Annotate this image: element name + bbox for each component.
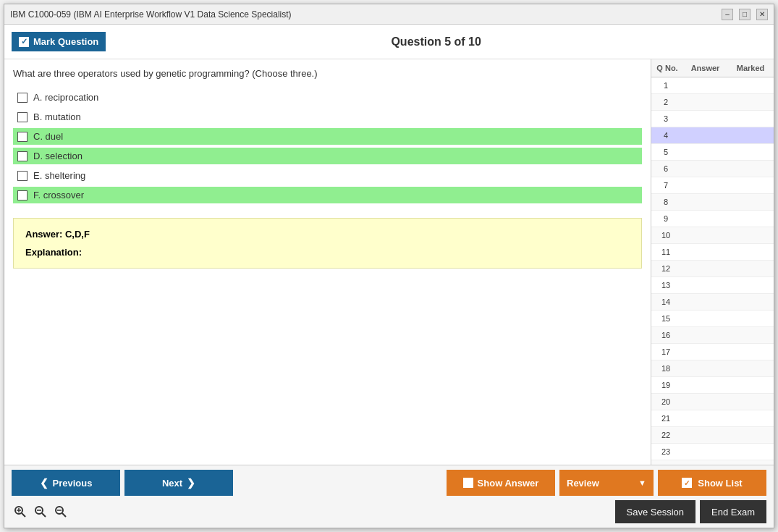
bottom-actions: Save Session End Exam bbox=[12, 500, 766, 523]
checkbox-f[interactable] bbox=[17, 190, 28, 200]
checkbox-c[interactable] bbox=[17, 132, 28, 142]
answer-line: Answer: C,D,F bbox=[25, 229, 630, 240]
sidebar-cell-marked bbox=[730, 111, 774, 127]
sidebar-row[interactable]: 16 bbox=[651, 327, 774, 344]
sidebar-cell-answer bbox=[680, 377, 730, 393]
sidebar-row[interactable]: 18 bbox=[651, 360, 774, 377]
review-dropdown-icon: ▼ bbox=[638, 478, 646, 487]
sidebar-row[interactable]: 23 bbox=[651, 444, 774, 460]
sidebar-cell-num: 8 bbox=[651, 194, 680, 210]
sidebar-row[interactable]: 13 bbox=[651, 277, 774, 294]
sidebar-cell-answer bbox=[680, 77, 730, 93]
option-a[interactable]: A. reciprocation bbox=[13, 89, 642, 106]
option-d[interactable]: D. selection bbox=[13, 148, 642, 164]
sidebar-cell-num: 16 bbox=[651, 327, 680, 343]
close-button[interactable]: ✕ bbox=[756, 9, 768, 20]
sidebar-row[interactable]: 12 bbox=[651, 261, 774, 277]
sidebar-row[interactable]: 22 bbox=[651, 427, 774, 444]
sidebar-cell-answer bbox=[680, 111, 730, 127]
sidebar-cell-marked bbox=[730, 360, 774, 376]
sidebar-row[interactable]: 14 bbox=[651, 294, 774, 311]
sidebar-cell-answer bbox=[680, 244, 730, 260]
sidebar-row[interactable]: 21 bbox=[651, 410, 774, 427]
sidebar-cell-marked bbox=[730, 211, 774, 227]
sidebar-cell-answer bbox=[680, 410, 730, 426]
title-bar: IBM C1000-059 (IBM AI Enterprise Workflo… bbox=[4, 4, 774, 25]
sidebar-row[interactable]: 20 bbox=[651, 394, 774, 410]
mark-question-button[interactable]: ✓ Mark Question bbox=[12, 32, 106, 51]
end-exam-button[interactable]: End Exam bbox=[700, 500, 766, 523]
show-list-icon: ✓ bbox=[682, 478, 692, 488]
sidebar-row[interactable]: 8 bbox=[651, 194, 774, 211]
sidebar-cell-marked bbox=[730, 94, 774, 110]
checkbox-e[interactable] bbox=[17, 171, 28, 181]
previous-label: Previous bbox=[53, 478, 93, 489]
sidebar-row[interactable]: 3 bbox=[651, 111, 774, 127]
sidebar-header: Q No. Answer Marked bbox=[651, 59, 774, 77]
mark-question-label: Mark Question bbox=[33, 36, 98, 47]
show-list-button[interactable]: ✓ Show List bbox=[658, 470, 766, 496]
option-c[interactable]: C. duel bbox=[13, 128, 642, 145]
window-title: IBM C1000-059 (IBM AI Enterprise Workflo… bbox=[10, 9, 292, 20]
question-title: Question 5 of 10 bbox=[106, 35, 766, 48]
sidebar-row[interactable]: 9 bbox=[651, 211, 774, 227]
svg-line-6 bbox=[42, 513, 46, 517]
sidebar-row[interactable]: 1 bbox=[651, 77, 774, 94]
zoom-out-button[interactable] bbox=[52, 503, 69, 520]
next-arrow-icon: ❯ bbox=[187, 477, 195, 489]
option-b[interactable]: B. mutation bbox=[13, 109, 642, 125]
sidebar-row[interactable]: 19 bbox=[651, 377, 774, 394]
previous-button[interactable]: ❮ Previous bbox=[12, 470, 120, 496]
save-session-button[interactable]: Save Session bbox=[615, 500, 696, 523]
sidebar-cell-num: 1 bbox=[651, 77, 680, 93]
sidebar-row[interactable]: 15 bbox=[651, 311, 774, 327]
sidebar-cell-num: 13 bbox=[651, 277, 680, 293]
sidebar-cell-num: 20 bbox=[651, 394, 680, 410]
option-f[interactable]: F. crossover bbox=[13, 187, 642, 203]
sidebar-row[interactable]: 4 bbox=[651, 127, 774, 144]
zoom-in-button[interactable] bbox=[12, 503, 29, 520]
sidebar-row[interactable]: 5 bbox=[651, 144, 774, 161]
svg-rect-0 bbox=[464, 478, 473, 487]
sidebar-row[interactable]: 17 bbox=[651, 344, 774, 360]
checkbox-b[interactable] bbox=[17, 112, 28, 122]
sidebar-cell-num: 22 bbox=[651, 427, 680, 443]
sidebar-cell-answer bbox=[680, 277, 730, 293]
sidebar-cell-marked bbox=[730, 244, 774, 260]
prev-arrow-icon: ❮ bbox=[40, 477, 48, 489]
toolbar: ✓ Mark Question Question 5 of 10 bbox=[4, 25, 774, 59]
option-e[interactable]: E. sheltering bbox=[13, 167, 642, 184]
sidebar-row[interactable]: 11 bbox=[651, 244, 774, 261]
sidebar-cell-marked bbox=[730, 161, 774, 177]
sidebar-row[interactable]: 6 bbox=[651, 161, 774, 177]
review-button[interactable]: Review ▼ bbox=[559, 470, 654, 496]
sidebar-cell-answer bbox=[680, 127, 730, 143]
sidebar-cell-num: 3 bbox=[651, 111, 680, 127]
sidebar-cell-answer bbox=[680, 94, 730, 110]
zoom-reset-button[interactable] bbox=[32, 503, 49, 520]
minimize-button[interactable]: – bbox=[722, 9, 733, 20]
option-b-label: B. mutation bbox=[33, 111, 81, 122]
sidebar-cell-answer bbox=[680, 344, 730, 360]
sidebar-cell-marked bbox=[730, 410, 774, 426]
sidebar-row[interactable]: 7 bbox=[651, 177, 774, 194]
sidebar-cell-num: 21 bbox=[651, 410, 680, 426]
sidebar-row[interactable]: 2 bbox=[651, 94, 774, 111]
sidebar-cell-marked bbox=[730, 427, 774, 443]
sidebar-cell-marked bbox=[730, 311, 774, 326]
options-list: A. reciprocation B. mutation C. duel D. … bbox=[13, 89, 642, 203]
show-answer-button[interactable]: Show Answer bbox=[447, 470, 555, 496]
review-label: Review bbox=[567, 478, 599, 489]
maximize-button[interactable]: □ bbox=[739, 9, 750, 20]
next-button[interactable]: Next ❯ bbox=[124, 470, 233, 496]
sidebar-header-answer: Answer bbox=[682, 62, 729, 74]
bottom-nav: ❮ Previous Next ❯ Show Answer Review ▼ ✓… bbox=[12, 470, 766, 496]
sidebar-row[interactable]: 10 bbox=[651, 227, 774, 244]
sidebar-cell-answer bbox=[680, 161, 730, 177]
option-d-label: D. selection bbox=[33, 151, 83, 161]
sidebar-cell-marked bbox=[730, 394, 774, 410]
checkbox-d[interactable] bbox=[17, 151, 28, 161]
end-exam-label: End Exam bbox=[711, 507, 755, 518]
sidebar-cell-answer bbox=[680, 144, 730, 160]
checkbox-a[interactable] bbox=[17, 93, 28, 103]
